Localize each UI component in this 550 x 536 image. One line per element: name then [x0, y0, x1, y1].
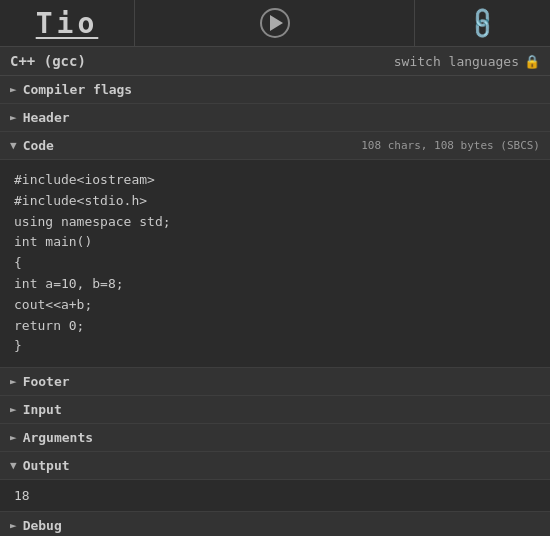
header-arrow: ►: [10, 111, 17, 124]
footer-section[interactable]: ► Footer: [0, 368, 550, 396]
code-editor[interactable]: #include<iostream> #include<stdio.h> usi…: [0, 160, 550, 367]
link-icon[interactable]: 🔗: [464, 5, 501, 42]
arguments-section[interactable]: ► Arguments: [0, 424, 550, 452]
language-label: C++ (gcc): [10, 53, 86, 69]
debug-section[interactable]: ► Debug: [0, 512, 550, 536]
run-button-area[interactable]: [135, 0, 415, 46]
output-section: ▼ Output 18: [0, 452, 550, 512]
lock-icon: 🔒: [524, 54, 540, 69]
code-section-header[interactable]: ▼ Code 108 chars, 108 bytes (SBCS): [0, 132, 550, 160]
footer-arrow: ►: [10, 375, 17, 388]
debug-arrow: ►: [10, 519, 17, 532]
logo: Tio: [36, 7, 99, 40]
switch-languages-label: switch languages: [394, 54, 519, 69]
debug-label: Debug: [23, 518, 62, 533]
logo-area: Tio: [0, 0, 135, 46]
input-section[interactable]: ► Input: [0, 396, 550, 424]
header-section[interactable]: ► Header: [0, 104, 550, 132]
arguments-label: Arguments: [23, 430, 93, 445]
compiler-flags-section[interactable]: ► Compiler flags: [0, 76, 550, 104]
footer-label: Footer: [23, 374, 70, 389]
header-label: Header: [23, 110, 70, 125]
code-section: ▼ Code 108 chars, 108 bytes (SBCS) #incl…: [0, 132, 550, 368]
output-arrow: ▼: [10, 459, 17, 472]
code-meta: 108 chars, 108 bytes (SBCS): [361, 139, 540, 152]
output-section-header[interactable]: ▼ Output: [0, 452, 550, 480]
compiler-flags-arrow: ►: [10, 83, 17, 96]
output-content: 18: [0, 480, 550, 512]
code-arrow: ▼: [10, 139, 17, 152]
arguments-arrow: ►: [10, 431, 17, 444]
language-bar: C++ (gcc) switch languages 🔒: [0, 47, 550, 76]
top-bar: Tio 🔗: [0, 0, 550, 47]
switch-languages-button[interactable]: switch languages 🔒: [394, 54, 540, 69]
code-label: Code: [23, 138, 54, 153]
run-button[interactable]: [260, 8, 290, 38]
input-label: Input: [23, 402, 62, 417]
play-icon: [270, 15, 283, 31]
input-arrow: ►: [10, 403, 17, 416]
output-label: Output: [23, 458, 70, 473]
compiler-flags-label: Compiler flags: [23, 82, 133, 97]
link-area[interactable]: 🔗: [415, 0, 550, 46]
